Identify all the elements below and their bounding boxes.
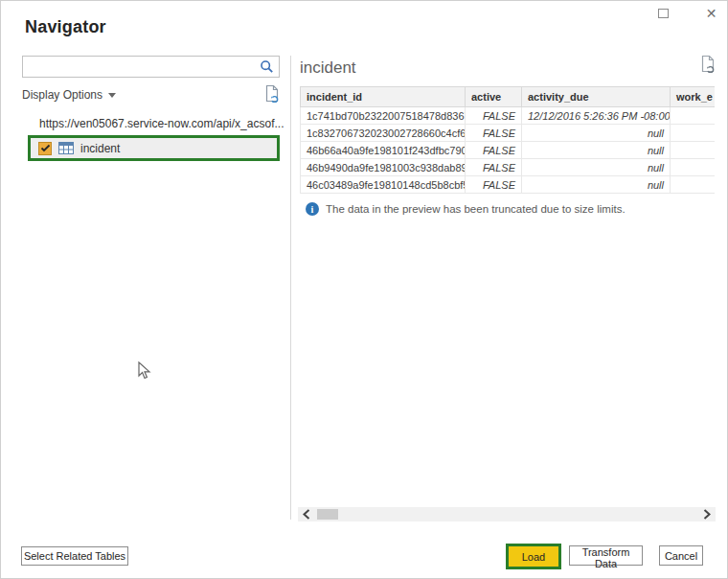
table-cell: 46c03489a9fe19810148cd5b8cbf501e	[301, 176, 466, 194]
column-header: work_e	[671, 87, 716, 107]
table-cell: FALSE	[466, 176, 522, 194]
incident-checkbox[interactable]	[38, 142, 52, 155]
table-row: 46b66a40a9fe198101f243dfbc79033dFALSEnul…	[301, 142, 716, 159]
horizontal-scrollbar[interactable]	[298, 507, 716, 521]
table-cell: FALSE	[466, 142, 522, 159]
navigator-dialog: Navigator ✕ Display Options	[0, 0, 728, 579]
preview-table-container: incident_idactiveactivity_duework_e1c741…	[300, 86, 715, 194]
mouse-cursor-icon	[138, 361, 151, 384]
table-cell: null	[522, 142, 671, 159]
table-cell	[671, 107, 716, 125]
table-cell: 46b9490da9fe1981003c938dab89bda3	[301, 159, 466, 176]
table-cell: 1c741bd70b2322007518478d83673af3	[301, 107, 466, 125]
display-options-label: Display Options	[22, 88, 102, 102]
preview-table: incident_idactiveactivity_duework_e1c741…	[300, 86, 715, 194]
navigator-left-panel: Display Options	[22, 56, 280, 161]
table-cell: FALSE	[466, 159, 522, 176]
page-title: Navigator	[25, 17, 106, 37]
table-row: 1c832706732023002728660c4cf6a7b9FALSEnul…	[301, 125, 716, 142]
transform-data-button[interactable]: Transform Data	[569, 545, 643, 566]
table-cell: null	[522, 159, 671, 176]
table-icon	[58, 142, 74, 154]
display-options-dropdown[interactable]: Display Options	[22, 88, 116, 102]
table-cell: null	[522, 125, 671, 142]
search-icon[interactable]	[260, 59, 274, 78]
info-icon: i	[306, 202, 319, 216]
column-header: incident_id	[301, 87, 466, 107]
maximize-button[interactable]	[655, 5, 671, 21]
column-header: activity_due	[522, 87, 671, 107]
maximize-icon	[658, 9, 669, 18]
check-icon	[40, 144, 51, 152]
table-cell: FALSE	[466, 107, 522, 125]
load-button-highlight: Load	[506, 544, 561, 569]
search-box	[22, 56, 280, 78]
table-cell: 12/12/2016 5:26:36 PM -08:00	[522, 107, 671, 125]
cancel-button[interactable]: Cancel	[659, 545, 703, 566]
tree-node-source-label: https://ven05067.service-now.com/api/x_a…	[39, 117, 284, 130]
column-header: active	[466, 87, 522, 107]
table-row: 46c03489a9fe19810148cd5b8cbf501eFALSEnul…	[301, 176, 716, 194]
tree-node-source[interactable]: https://ven05067.service-now.com/api/x_a…	[22, 115, 280, 132]
truncation-notice-text: The data in the preview has been truncat…	[326, 203, 626, 215]
table-cell: null	[522, 176, 671, 194]
options-row: Display Options	[22, 86, 280, 104]
refresh-document-icon[interactable]	[264, 84, 280, 106]
scroll-right-icon[interactable]	[698, 507, 716, 521]
table-row: 46b9490da9fe1981003c938dab89bda3FALSEnul…	[301, 159, 716, 176]
close-button[interactable]: ✕	[703, 5, 719, 21]
tree-node-incident[interactable]: incident	[28, 135, 280, 161]
table-cell: FALSE	[466, 125, 522, 142]
scrollbar-thumb[interactable]	[317, 509, 338, 520]
table-cell	[671, 125, 716, 142]
tree-node-incident-label: incident	[80, 142, 120, 155]
chevron-down-icon	[108, 93, 116, 98]
table-row: 1c741bd70b2322007518478d83673af3FALSE12/…	[301, 107, 716, 125]
panel-divider	[290, 56, 291, 520]
preview-refresh-icon[interactable]	[700, 55, 716, 77]
search-input[interactable]	[27, 58, 252, 76]
table-cell: 46b66a40a9fe198101f243dfbc79033d	[301, 142, 466, 159]
navigator-tree: https://ven05067.service-now.com/api/x_a…	[22, 115, 280, 161]
preview-title: incident	[300, 58, 356, 78]
close-icon: ✕	[706, 6, 717, 21]
table-cell	[671, 142, 716, 159]
load-button[interactable]: Load	[509, 546, 558, 567]
table-cell: 1c832706732023002728660c4cf6a7b9	[301, 125, 466, 142]
truncation-notice: i The data in the preview has been trunc…	[306, 202, 626, 216]
scroll-left-icon[interactable]	[298, 507, 315, 521]
select-related-tables-button[interactable]: Select Related Tables	[21, 546, 128, 566]
table-cell	[671, 176, 716, 194]
table-cell	[671, 159, 716, 176]
